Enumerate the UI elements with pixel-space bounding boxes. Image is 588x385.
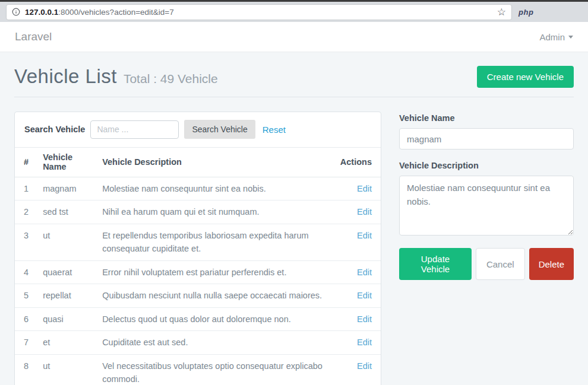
edit-vehicle-form: Vehicle Name Vehicle Description Molesti… xyxy=(399,112,574,280)
browser-toolbar: 127.0.0.1:8000/vehicles?action=edit&id=7… xyxy=(0,0,588,22)
vehicle-list-card: Search Vehicle Search Vehicle Reset # Ve… xyxy=(14,112,381,385)
search-label: Search Vehicle xyxy=(24,125,85,134)
row-number: 2 xyxy=(15,201,38,224)
row-number: 4 xyxy=(15,260,38,284)
row-number: 6 xyxy=(15,307,38,330)
reset-link[interactable]: Reset xyxy=(263,125,286,135)
page-header: Vehicle List Total : 49 Vehicle Create n… xyxy=(14,52,574,88)
brand-link[interactable]: Laravel xyxy=(15,30,52,43)
php-extension-icon[interactable]: php xyxy=(517,8,533,17)
bookmark-star-icon[interactable]: ☆ xyxy=(497,7,506,17)
page-container: Vehicle List Total : 49 Vehicle Create n… xyxy=(0,52,588,385)
row-name: et xyxy=(38,331,97,354)
table-row: 1 magnam Molestiae nam consequuntur sint… xyxy=(15,177,381,201)
edit-link[interactable]: Edit xyxy=(357,338,372,347)
table-row: 7 et Cupiditate est aut sed. Edit xyxy=(15,331,381,354)
navbar: Laravel Admin xyxy=(0,22,588,52)
create-vehicle-button[interactable]: Create new Vehicle xyxy=(477,66,574,88)
row-name: repellat xyxy=(38,284,97,307)
row-description: Nihil ea harum quam qui et sit numquam. xyxy=(97,201,336,224)
edit-link[interactable]: Edit xyxy=(357,207,372,217)
row-name: ut xyxy=(38,224,97,260)
edit-link[interactable]: Edit xyxy=(357,184,372,193)
admin-dropdown-label: Admin xyxy=(539,32,565,42)
table-header-row: # Vehicle Name Vehicle Description Actio… xyxy=(15,148,381,177)
update-vehicle-button[interactable]: Update Vehicle xyxy=(399,248,472,280)
delete-button[interactable]: Delete xyxy=(529,248,574,280)
row-description: Et repellendus temporibus laboriosam exp… xyxy=(97,224,336,260)
row-description: Error nihil voluptatem est pariatur perf… xyxy=(97,260,336,284)
header-vehicle-name: Vehicle Name xyxy=(38,148,97,177)
vehicle-name-label: Vehicle Name xyxy=(399,113,574,123)
edit-link[interactable]: Edit xyxy=(357,291,372,300)
search-button[interactable]: Search Vehicle xyxy=(184,120,255,139)
table-row: 2 sed tst Nihil ea harum quam qui et sit… xyxy=(15,201,381,224)
header-vehicle-description: Vehicle Description xyxy=(97,148,336,177)
row-description: Quibusdam nesciunt nulla nulla saepe occ… xyxy=(97,284,336,307)
main-content: Search Vehicle Search Vehicle Reset # Ve… xyxy=(14,112,574,385)
row-name: sed tst xyxy=(38,201,97,224)
admin-dropdown[interactable]: Admin xyxy=(539,32,573,42)
row-number: 7 xyxy=(15,331,38,354)
table-row: 6 quasi Delectus quod ut quas dolor aut … xyxy=(15,307,381,330)
vehicle-description-label: Vehicle Description xyxy=(399,161,574,170)
title-wrap: Vehicle List Total : 49 Vehicle xyxy=(14,65,218,88)
edit-link[interactable]: Edit xyxy=(357,231,372,240)
url-path: :8000/vehicles?action=edit&id=7 xyxy=(58,8,173,17)
cancel-button[interactable]: Cancel xyxy=(476,248,525,280)
vehicle-description-textarea[interactable]: Molestiae nam consequuntur sint ea nobis… xyxy=(399,176,574,236)
vehicle-table: # Vehicle Name Vehicle Description Actio… xyxy=(15,147,381,385)
search-input[interactable] xyxy=(90,120,179,139)
row-description: Vel necessitatibus voluptates optio cons… xyxy=(97,354,336,385)
header-number: # xyxy=(15,148,38,177)
row-description: Cupiditate est aut sed. xyxy=(97,331,336,354)
edit-link[interactable]: Edit xyxy=(357,268,372,277)
url-host: 127.0.0.1 xyxy=(25,8,58,17)
row-number: 5 xyxy=(15,284,38,307)
row-number: 8 xyxy=(15,354,38,385)
table-row: 3 ut Et repellendus temporibus laboriosa… xyxy=(15,224,381,260)
edit-link[interactable]: Edit xyxy=(357,314,372,324)
table-row: 8 ut Vel necessitatibus voluptates optio… xyxy=(15,354,381,385)
row-name: ut xyxy=(38,354,97,385)
row-number: 1 xyxy=(15,177,38,201)
url-text[interactable]: 127.0.0.1:8000/vehicles?action=edit&id=7 xyxy=(25,8,492,17)
vehicle-table-body: 1 magnam Molestiae nam consequuntur sint… xyxy=(15,177,381,385)
row-number: 3 xyxy=(15,224,38,260)
row-name: magnam xyxy=(38,177,97,201)
table-row: 5 repellat Quibusdam nesciunt nulla null… xyxy=(15,284,381,307)
total-count-label: Total : 49 Vehicle xyxy=(124,72,218,86)
caret-down-icon xyxy=(568,36,573,39)
row-name: quasi xyxy=(38,307,97,330)
info-icon[interactable] xyxy=(12,8,20,16)
header-actions: Actions xyxy=(336,148,381,177)
row-description: Molestiae nam consequuntur sint ea nobis… xyxy=(97,177,336,201)
search-form: Search Vehicle Search Vehicle Reset xyxy=(15,112,381,147)
table-row: 4 quaerat Error nihil voluptatem est par… xyxy=(15,260,381,284)
page-title: Vehicle List xyxy=(14,65,117,88)
header-divider xyxy=(14,97,574,97)
row-name: quaerat xyxy=(38,260,97,284)
vehicle-name-input[interactable] xyxy=(399,128,574,149)
form-buttons: Update Vehicle Cancel Delete xyxy=(399,248,574,280)
address-bar[interactable]: 127.0.0.1:8000/vehicles?action=edit&id=7… xyxy=(6,4,512,20)
row-description: Delectus quod ut quas dolor aut doloremq… xyxy=(97,307,336,330)
edit-link[interactable]: Edit xyxy=(357,361,372,371)
